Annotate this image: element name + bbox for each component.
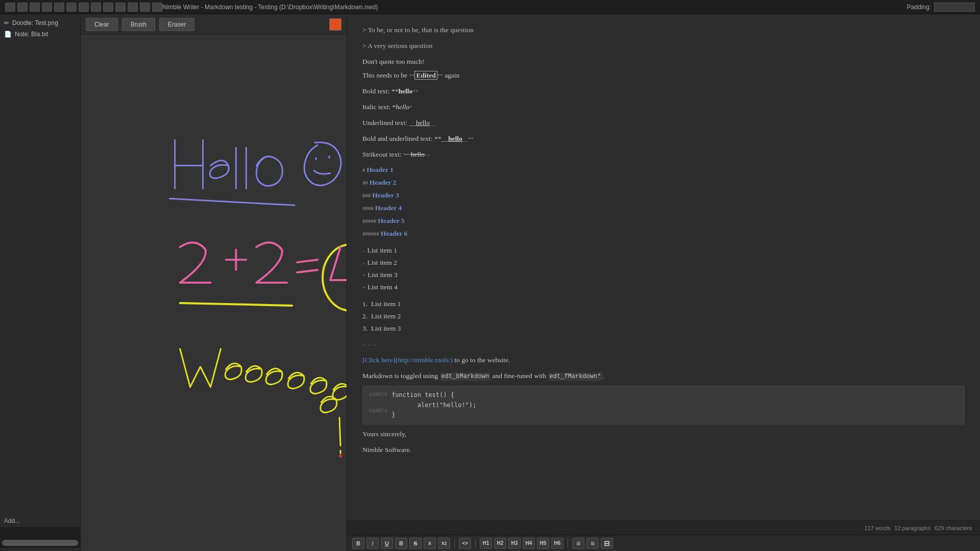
menu-icon-13[interactable] xyxy=(152,3,162,12)
edit-pre: This needs to be xyxy=(362,71,409,79)
boldunder-word: hello xyxy=(448,135,462,142)
h6-button[interactable]: H6 xyxy=(551,538,564,549)
menu-icon-9[interactable] xyxy=(103,3,113,12)
editor-content[interactable]: > To be, or not to be, that is the quest… xyxy=(347,14,980,520)
paragraph-count: 12 paragraphs xyxy=(894,525,930,531)
toolbar-separator-1 xyxy=(454,539,455,548)
italic-close: * xyxy=(409,104,412,110)
bold-line: Bold text: **hello** xyxy=(362,86,965,97)
code-block: nimble nimble function test() { alert("h… xyxy=(362,386,965,424)
code-line-1: function test() { xyxy=(391,390,476,400)
header-1: # Header 1 xyxy=(362,164,965,176)
strike-close: ~~ xyxy=(425,152,431,158)
strike-line: Strikeout text: ~~hello~~ xyxy=(362,149,965,161)
markdown-mid: and fine-tuned with xyxy=(491,372,548,380)
boldunder-close: __** xyxy=(462,136,474,142)
editor-panel: > To be, or not to be, that is the quest… xyxy=(347,14,980,551)
menu-icon-12[interactable] xyxy=(140,3,150,12)
doodle-toolbar: Clear Brush Eraser xyxy=(81,14,347,35)
h5-button[interactable]: H5 xyxy=(537,538,549,549)
code-line-num-1: nimble xyxy=(369,390,387,398)
bold-word: hello xyxy=(399,87,413,95)
edit-line: This needs to be **Edited** again xyxy=(362,70,965,82)
doodle-canvas[interactable] xyxy=(81,35,347,551)
link-line: [Click here](http://nimble.tools/) to go… xyxy=(362,355,965,366)
sidebar-scrollbar[interactable] xyxy=(0,528,80,548)
code-line-3: } xyxy=(391,410,476,420)
ul-item-4: +List item 4 xyxy=(362,282,965,293)
underline-close: __ xyxy=(430,120,435,126)
menu-icon-4[interactable] xyxy=(42,3,52,12)
menu-icon-6[interactable] xyxy=(66,3,77,12)
h1-button[interactable]: H1 xyxy=(480,538,492,549)
add-button[interactable]: Add... xyxy=(0,514,80,528)
menu-icon-10[interactable] xyxy=(115,3,126,12)
italic-line: Italic text: *hello* xyxy=(362,102,965,113)
h4-button[interactable]: H4 xyxy=(523,538,535,549)
markdown-pre: Markdown is toggled using xyxy=(362,372,440,380)
doodle-drawing xyxy=(81,35,347,551)
padding-label: Padding: xyxy=(907,4,931,11)
menu-icon-3[interactable] xyxy=(30,3,40,12)
menu-icon-11[interactable] xyxy=(128,3,138,12)
signoff-1: Yours sincerely, xyxy=(362,429,965,440)
padding-input[interactable] xyxy=(934,3,975,12)
code-line-2: alert("hello!"); xyxy=(391,400,476,410)
menu-icon-7[interactable] xyxy=(79,3,89,12)
clear-button[interactable]: Clear xyxy=(86,18,118,31)
bold-underline-button[interactable]: B xyxy=(395,538,407,549)
sidebar-item-doodle[interactable]: ✏ Doodle: Test.png xyxy=(0,17,80,29)
header-2: ## Header 2 xyxy=(362,177,965,189)
ol-list: 1. List item 1 2. List item 2 3. List it… xyxy=(362,298,965,335)
markdown-toggle-line: Markdown is toggled using edt_bMarkdown … xyxy=(362,370,965,382)
char-count: 629 characters xyxy=(935,525,972,531)
header-5: ##### Header 5 xyxy=(362,215,965,227)
markdown-code2: edt_fMarkdown* xyxy=(548,372,603,381)
ul-list-button[interactable]: ≡ xyxy=(572,538,584,549)
signoff-2: Nimble Software. xyxy=(362,444,965,456)
menu-icon-8[interactable] xyxy=(91,3,101,12)
h3-button[interactable]: H3 xyxy=(508,538,521,549)
underline-line: Underlined text: __hello__ xyxy=(362,117,965,129)
main-area: ✏ Doodle: Test.png 📄 Note: Bla.txt Add..… xyxy=(0,14,980,551)
brush-button[interactable]: Brush xyxy=(122,18,155,31)
eraser-button[interactable]: Eraser xyxy=(159,18,194,31)
edit-close-marker: ** xyxy=(437,72,443,79)
ol-list-button[interactable]: ≡ xyxy=(586,538,599,549)
color-swatch[interactable] xyxy=(329,18,341,31)
link-text[interactable]: [Click here](http://nimble.tools/) xyxy=(362,356,453,364)
bold-close: ** xyxy=(412,88,418,94)
underline-button[interactable]: U xyxy=(381,538,393,549)
code-content: function test() { alert("hello!"); } xyxy=(391,390,476,420)
subscript-button[interactable]: x xyxy=(424,538,436,549)
menu-toolbar xyxy=(5,3,162,12)
ol-item-3: 3. List item 3 xyxy=(362,323,965,335)
menu-icon-5[interactable] xyxy=(54,3,64,12)
sidebar-item-note[interactable]: 📄 Note: Bla.txt xyxy=(0,29,80,40)
edit-open-marker: ** xyxy=(409,72,414,79)
superscript-button[interactable]: x2 xyxy=(438,538,450,549)
bottom-toolbar: B I U B S x x2 <> H1 H2 H3 H4 H5 H6 ≡ ≡ … xyxy=(347,535,980,551)
link-suffix: to go to the website. xyxy=(453,356,510,364)
blockquote-2: > A very serious question xyxy=(362,40,965,52)
code-inline-button[interactable]: <> xyxy=(459,538,471,549)
menu-icon-2[interactable] xyxy=(17,3,28,12)
headers-section: # Header 1 ## Header 2 ### Header 3 ####… xyxy=(362,164,965,240)
svg-line-2 xyxy=(180,303,292,306)
sidebar-note-label: Note: Bla.txt xyxy=(15,31,48,38)
italic-button[interactable]: I xyxy=(366,538,379,549)
ul-item-3: +List item 3 xyxy=(362,269,965,281)
strike-word: hello xyxy=(411,151,425,158)
strikethrough-button[interactable]: S xyxy=(409,538,422,549)
markdown-post: . xyxy=(602,372,604,380)
toolbar-separator-2 xyxy=(475,539,476,548)
h2-button[interactable]: H2 xyxy=(494,538,506,549)
bold-button[interactable]: B xyxy=(352,538,364,549)
titlebar: Nimble Writer - Markdown testing - Testi… xyxy=(0,0,980,14)
menu-icon-1[interactable] xyxy=(5,3,15,12)
no-quote-line: Don't quote too much! xyxy=(362,56,965,68)
word-count: 117 words xyxy=(865,525,891,531)
boldunder-label: Bold and underlined text: **__ xyxy=(362,135,448,142)
indent-button[interactable]: ⊟ xyxy=(601,538,613,549)
separator: – – – xyxy=(362,339,965,350)
